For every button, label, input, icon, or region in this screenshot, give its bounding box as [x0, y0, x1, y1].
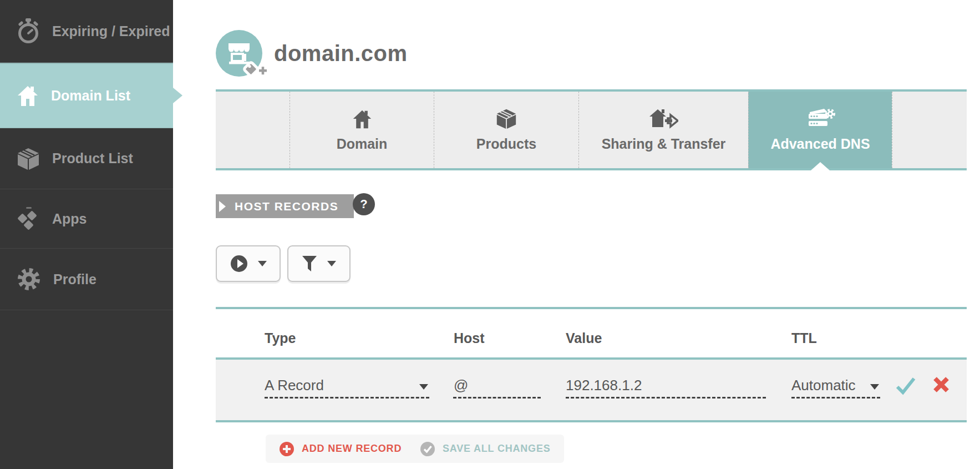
chevron-down-icon [258, 261, 267, 266]
column-header-value: Value [566, 330, 602, 346]
filter-dropdown[interactable] [287, 245, 351, 282]
delete-record-button[interactable] [933, 376, 949, 395]
stopwatch-icon [17, 18, 40, 44]
save-all-changes-button[interactable]: SAVE ALL CHANGES [407, 435, 564, 463]
sidebar-item-apps[interactable]: Apps [0, 189, 173, 249]
help-button[interactable]: ? [353, 193, 375, 215]
help-label: ? [360, 197, 367, 211]
record-ttl-value: Automatic [791, 377, 856, 394]
tab-label: Sharing & Transfer [602, 136, 726, 152]
chevron-down-icon [327, 261, 336, 266]
check-circle-icon [420, 441, 435, 457]
house-transfer-icon [649, 108, 678, 129]
tab-label: Advanced DNS [770, 136, 870, 152]
box-icon [496, 108, 517, 129]
tab-advanced-dns[interactable]: Advanced DNS [748, 92, 892, 168]
add-tag-icon[interactable] [241, 59, 268, 85]
chevron-down-icon [870, 384, 879, 390]
sidebar-item-label: Product List [52, 150, 133, 167]
section-title-badge: HOST RECORDS [216, 194, 354, 218]
filter-icon [302, 255, 317, 272]
sidebar-item-label: Domain List [51, 88, 130, 104]
tab-label: Products [476, 136, 536, 152]
column-header-ttl: TTL [791, 330, 817, 346]
column-header-type: Type [265, 330, 296, 346]
tab-spacer-right [892, 92, 967, 168]
checkmark-icon [895, 376, 916, 395]
plus-circle-icon [279, 441, 294, 457]
sidebar-item-label: Profile [53, 271, 97, 288]
sidebar-item-label: Expiring / Expired [52, 23, 170, 39]
page-title: domain.com [274, 33, 408, 73]
table-divider-top [216, 307, 967, 309]
sidebar-item-domain-list[interactable]: Domain List [0, 63, 173, 128]
section-title: HOST RECORDS [235, 200, 338, 213]
quick-actions-dropdown[interactable] [216, 245, 281, 282]
table-divider-bottom [216, 420, 967, 422]
active-item-arrow [173, 88, 182, 103]
tab-products[interactable]: Products [434, 92, 578, 168]
tab-sharing-transfer[interactable]: Sharing & Transfer [578, 92, 748, 168]
sidebar-item-label: Apps [52, 211, 87, 227]
record-ttl-select[interactable]: Automatic [791, 375, 880, 399]
record-host-value: @ [454, 377, 468, 394]
home-icon [352, 108, 372, 129]
record-type-value: A Record [265, 377, 324, 394]
gear-icon [17, 267, 41, 291]
tab-domain[interactable]: Domain [290, 92, 434, 168]
record-type-select[interactable]: A Record [265, 375, 429, 399]
dns-server-icon [805, 108, 835, 129]
record-value-input[interactable]: 192.168.1.2 [566, 375, 766, 399]
confirm-record-button[interactable] [895, 376, 916, 397]
apps-icon [17, 206, 40, 231]
tab-spacer-left [216, 92, 290, 168]
sidebar-item-product-list[interactable]: Product List [0, 128, 173, 189]
box-icon [17, 147, 40, 170]
record-value-value: 192.168.1.2 [566, 377, 642, 394]
home-icon [17, 85, 39, 107]
sidebar-item-profile[interactable]: Profile [0, 249, 173, 310]
play-circle-icon [230, 255, 248, 273]
record-host-input[interactable]: @ [453, 375, 541, 399]
sidebar: Expiring / Expired Domain List Product L… [0, 0, 173, 469]
sidebar-item-expiring-expired[interactable]: Expiring / Expired [0, 0, 173, 63]
add-new-record-button[interactable]: ADD NEW RECORD [266, 435, 415, 463]
close-icon [933, 376, 949, 393]
add-new-record-label: ADD NEW RECORD [302, 443, 402, 455]
column-header-host: Host [454, 330, 485, 346]
save-all-changes-label: SAVE ALL CHANGES [443, 443, 551, 455]
tab-label: Domain [337, 136, 388, 152]
chevron-down-icon [419, 384, 428, 390]
domain-tab-strip: Domain Products Sharing & Transfer [216, 89, 967, 170]
